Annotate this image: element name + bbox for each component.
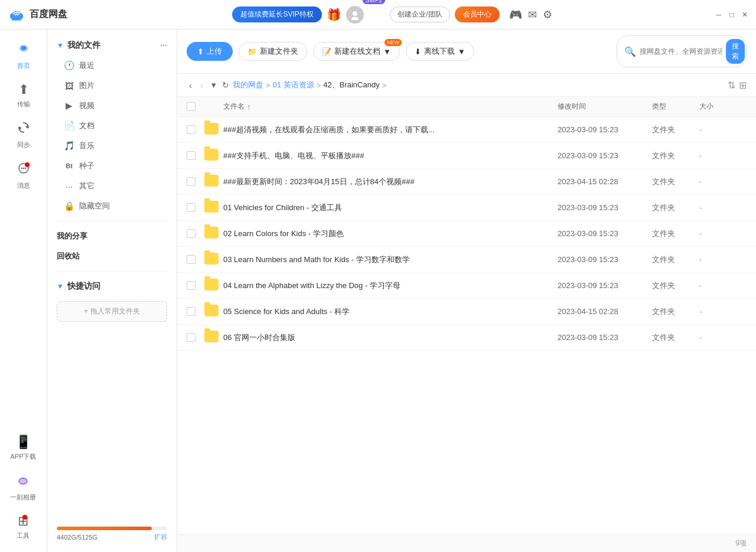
header-name[interactable]: 文件名 ↑ [223, 102, 558, 112]
minimize-button[interactable]: ─ [715, 11, 723, 19]
select-all-checkbox[interactable] [187, 102, 195, 111]
row-mtime-5: 2023-03-09 15:23 [558, 255, 652, 264]
sidebar-item-other[interactable]: ··· 其它 [47, 176, 177, 196]
user-profile[interactable]: SWP2 [346, 6, 385, 24]
row-check-1[interactable] [187, 151, 204, 160]
recycle-bin[interactable]: 回收站 [47, 246, 177, 266]
row-checkbox-7[interactable] [187, 307, 195, 316]
my-share[interactable]: 我的分享 [47, 226, 177, 246]
offline-arrow-icon: ▼ [458, 47, 465, 56]
refresh-button[interactable]: ↻ [222, 80, 229, 90]
row-name-1: ###支持手机、电脑、电视、平板播放### [223, 151, 558, 161]
new-folder-button[interactable]: 📁 新建文件夹 [239, 42, 307, 61]
my-files-section[interactable]: ▼ 我的文件 ··· [47, 35, 177, 55]
vip-button[interactable]: 会员中心 [455, 6, 500, 22]
close-button[interactable]: ✕ [741, 11, 749, 19]
mail-icon[interactable]: ✉ [528, 8, 537, 21]
grid-view-button[interactable]: ⊞ [739, 80, 747, 91]
search-box: 🔍 搜索 [617, 35, 747, 67]
row-checkbox-5[interactable] [187, 255, 195, 264]
sidebar-item-message[interactable]: 消息 [0, 155, 47, 196]
row-checkbox-1[interactable] [187, 151, 195, 160]
enterprise-button[interactable]: 创建企业/团队 [390, 6, 449, 22]
hidden-icon: 🔒 [64, 201, 74, 211]
table-row[interactable]: 05 Science for Kids and Adults - 科学 2023… [177, 299, 756, 325]
row-checkbox-6[interactable] [187, 281, 195, 290]
sort-icon[interactable]: ↑ [247, 102, 251, 112]
table-row[interactable]: 06 官网一小时合集版 2023-03-09 15:23 文件夹 - [177, 325, 756, 351]
row-check-4[interactable] [187, 229, 204, 238]
table-row[interactable]: 02 Learn Colors for Kids - 学习颜色 2023-03-… [177, 221, 756, 247]
row-checkbox-4[interactable] [187, 229, 195, 238]
table-row[interactable]: 04 Learn the Alphabet with Lizzy the Dog… [177, 273, 756, 299]
sidebar-item-docs[interactable]: 📄 文档 [47, 116, 177, 136]
table-row[interactable]: ###支持手机、电脑、电视、平板播放### 2023-03-09 15:23 文… [177, 143, 756, 169]
row-check-0[interactable] [187, 125, 204, 134]
sort-view-button[interactable]: ⇅ [728, 80, 735, 91]
row-checkbox-8[interactable] [187, 333, 195, 342]
row-check-2[interactable] [187, 177, 204, 186]
row-mtime-7: 2023-04-15 02:28 [558, 307, 652, 316]
back-button[interactable]: ‹ [187, 79, 194, 92]
row-checkbox-3[interactable] [187, 203, 195, 212]
folder-icon [204, 253, 219, 264]
table-row[interactable]: 01 Vehicles for Children - 交通工具 2023-03-… [177, 195, 756, 221]
game-icon[interactable]: 🎮 [509, 8, 522, 21]
sidebar-item-transfer[interactable]: ⬆ 传输 [0, 76, 47, 115]
new-doc-button[interactable]: 📝 新建在线文档 NEW ▼ [313, 42, 400, 61]
table-row[interactable]: ###超清视频，在线观看会压缩画质，如果要画质好，请下载... 2023-03-… [177, 117, 756, 143]
quick-add-button[interactable]: + 拖入常用文件夹 [57, 301, 167, 322]
table-row[interactable]: 03 Learn Numbers and Math for Kids - 学习数… [177, 247, 756, 273]
sidebar-item-photo[interactable]: 一刻相册 [10, 467, 36, 508]
sidebar-item-recent[interactable]: 🕐 最近 [47, 55, 177, 76]
row-checkbox-2[interactable] [187, 177, 195, 186]
sidebar-item-hidden[interactable]: 🔒 隐藏空间 [47, 196, 177, 216]
home-icon [17, 41, 31, 59]
quick-access-section[interactable]: ▼ 快捷访问 [47, 276, 177, 296]
header-check[interactable] [187, 102, 204, 111]
folder-icon [204, 149, 219, 161]
row-type-3: 文件夹 [652, 202, 699, 213]
sidebar-item-home[interactable]: 首页 [0, 35, 47, 76]
forward-button[interactable]: › [198, 79, 206, 92]
row-type-0: 文件夹 [652, 125, 699, 135]
row-check-6[interactable] [187, 281, 204, 290]
maximize-button[interactable]: □ [728, 11, 736, 19]
row-check-3[interactable] [187, 203, 204, 212]
storage-bar-bg [57, 527, 167, 530]
row-name-text-8: 06 官网一小时合集版 [223, 332, 558, 343]
gift-icon[interactable]: 🎁 [327, 8, 341, 22]
breadcrumb-path: 我的网盘 > 01 英语资源 > 42、BrainCandy > [233, 80, 386, 90]
dropdown-button[interactable]: ▾ [209, 79, 219, 92]
svg-rect-3 [12, 15, 21, 20]
row-mtime-6: 2023-03-09 15:23 [558, 281, 652, 290]
sidebar-item-music[interactable]: 🎵 音乐 [47, 136, 177, 156]
breadcrumb-root[interactable]: 我的网盘 [233, 80, 263, 90]
table-row[interactable]: ###最新更新时间：2023年04月15日，总计84个视频### 2023-04… [177, 169, 756, 195]
offline-download-button[interactable]: ⬇ 离线下载 ▼ [406, 42, 474, 61]
row-size-4: - [699, 229, 747, 238]
settings-icon[interactable]: ⚙ [543, 8, 552, 21]
row-checkbox-0[interactable] [187, 125, 195, 134]
row-name-text-4: 02 Learn Colors for Kids - 学习颜色 [223, 228, 558, 239]
breadcrumb-path1[interactable]: 01 英语资源 [273, 80, 314, 90]
sidebar-item-seed[interactable]: Bt 种子 [47, 156, 177, 176]
row-check-8[interactable] [187, 333, 204, 342]
row-check-5[interactable] [187, 255, 204, 264]
more-icon[interactable]: ··· [160, 41, 167, 50]
sidebar-item-video[interactable]: ▶ 视频 [47, 96, 177, 116]
app-logo[interactable]: 百度网盘 [7, 5, 67, 24]
row-folder-icon-4 [204, 227, 223, 240]
upload-button[interactable]: ⬆ 上传 [187, 42, 233, 61]
storage-expand-button[interactable]: 扩容 [154, 533, 167, 541]
sidebar-item-sync[interactable]: 同步 [0, 115, 47, 155]
avatar[interactable] [346, 6, 364, 24]
row-check-7[interactable] [187, 307, 204, 316]
search-button[interactable]: 搜索 [726, 39, 745, 64]
row-type-7: 文件夹 [652, 306, 699, 317]
sidebar-item-app[interactable]: 📱 APP下载 [10, 429, 36, 467]
sidebar-item-images[interactable]: 🖼 图片 [47, 76, 177, 96]
svip-button[interactable]: 超值续费延长SVIP特权 [232, 6, 321, 22]
search-input[interactable] [640, 47, 722, 55]
sidebar-item-tools[interactable]: ⊞ 工具 [10, 508, 36, 546]
